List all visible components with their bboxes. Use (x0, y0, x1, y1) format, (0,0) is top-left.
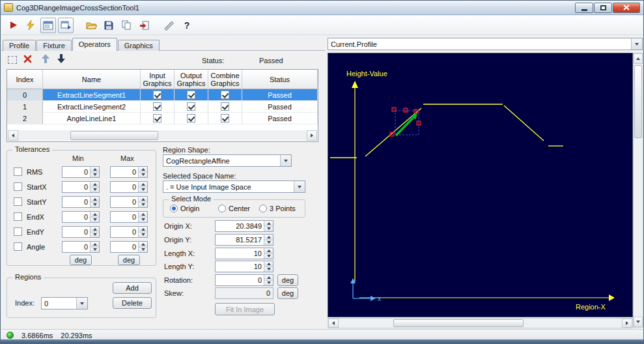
input-graphics-checkbox[interactable] (153, 91, 161, 99)
combine-graphics-checkbox[interactable] (221, 114, 229, 122)
rotation-deg-button[interactable]: deg (277, 274, 298, 286)
delete-button[interactable]: Delete (113, 297, 152, 309)
starty-checkbox[interactable] (14, 197, 22, 206)
spinner-down-icon[interactable] (264, 281, 273, 286)
starty-min-spinner[interactable]: 0 (62, 196, 100, 208)
spinner-up-icon[interactable] (264, 248, 273, 254)
table-row[interactable]: 1 ExtractLineSegment2 Passed (7, 101, 318, 113)
profile-canvas[interactable]: Height-Value Region-X x (328, 53, 632, 317)
spinner-down-icon[interactable] (139, 218, 147, 223)
endy-checkbox[interactable] (14, 227, 22, 236)
spinner-up-icon[interactable] (91, 212, 99, 218)
endx-min-spinner[interactable]: 0 (62, 211, 100, 223)
scroll-thumb[interactable] (634, 65, 642, 138)
starty-max-spinner[interactable]: 0 (110, 196, 148, 208)
region-shape-combo[interactable]: CogRectangleAffine (163, 154, 292, 167)
mode-3points-option[interactable]: 3 Points (259, 205, 296, 212)
spinner-down-icon[interactable] (264, 267, 273, 272)
space-name-combo[interactable]: . = Use Input Image Space (163, 180, 305, 193)
spinner-up-icon[interactable] (264, 235, 273, 240)
spinner-up-icon[interactable] (139, 182, 147, 188)
minimize-button[interactable] (575, 3, 593, 13)
scroll-track[interactable] (18, 130, 307, 141)
input-graphics-checkbox[interactable] (153, 102, 161, 111)
col-header-input-graphics[interactable]: Input Graphics (141, 70, 175, 89)
save-icon[interactable] (101, 18, 117, 33)
table-row[interactable]: 2 AngleLineLine1 Passed (7, 113, 318, 124)
scroll-thumb[interactable] (70, 131, 158, 140)
spinner-down-icon[interactable] (91, 188, 99, 193)
spinner-down-icon[interactable] (264, 227, 273, 232)
spinner-down-icon[interactable] (139, 188, 147, 193)
close-button[interactable] (613, 3, 640, 13)
run-icon[interactable] (5, 18, 21, 33)
radio-icon[interactable] (218, 205, 226, 212)
spinner-down-icon[interactable] (139, 248, 147, 253)
scroll-down-arrow[interactable] (634, 317, 643, 327)
measure-icon[interactable] (161, 18, 177, 33)
endy-max-spinner[interactable]: 0 (110, 226, 148, 238)
spinner-down-icon[interactable] (91, 218, 99, 223)
endx-checkbox[interactable] (14, 212, 22, 221)
tab-operators[interactable]: Operators (72, 38, 117, 51)
rms-checkbox[interactable] (14, 167, 22, 176)
scroll-up-arrow[interactable] (634, 53, 643, 64)
scroll-right-arrow[interactable] (622, 319, 632, 328)
scroll-track[interactable] (634, 64, 643, 317)
spinner-up-icon[interactable] (139, 242, 147, 248)
spinner-down-icon[interactable] (91, 173, 99, 178)
chevron-down-icon[interactable] (76, 298, 87, 309)
spinner-up-icon[interactable] (264, 221, 273, 227)
chevron-down-icon[interactable] (294, 181, 305, 192)
move-down-icon[interactable] (57, 54, 65, 64)
profile-source-combo[interactable]: Current.Profile (328, 38, 643, 50)
max-deg-button[interactable]: deg (118, 255, 140, 265)
scroll-track[interactable] (339, 319, 622, 328)
spinner-down-icon[interactable] (139, 173, 147, 178)
length-x-spinner[interactable]: 10 (215, 248, 273, 259)
angle-min-spinner[interactable]: 0 (62, 241, 100, 253)
spinner-down-icon[interactable] (91, 203, 99, 208)
col-header-name[interactable]: Name (43, 70, 141, 89)
spinner-up-icon[interactable] (91, 182, 99, 188)
spinner-down-icon[interactable] (264, 254, 273, 259)
spinner-up-icon[interactable] (139, 167, 147, 173)
spinner-up-icon[interactable] (91, 197, 99, 203)
fit-in-image-button[interactable]: Fit In Image (215, 303, 275, 315)
titlebar[interactable]: Cog3DRangeImageCrossSectionTool1 (1, 1, 643, 15)
table-horizontal-scrollbar[interactable] (8, 130, 317, 141)
combine-graphics-checkbox[interactable] (221, 91, 229, 99)
endy-min-spinner[interactable]: 0 (62, 226, 100, 238)
col-header-output-graphics[interactable]: Output Graphics (175, 70, 208, 89)
spinner-up-icon[interactable] (264, 275, 273, 281)
delete-operator-icon[interactable] (23, 55, 32, 64)
tab-fixture[interactable]: Fixture (36, 40, 72, 51)
run-electric-icon[interactable] (23, 18, 38, 33)
spinner-down-icon[interactable] (264, 240, 273, 246)
add-region-icon[interactable] (7, 54, 18, 66)
angle-max-spinner[interactable]: 0 (110, 241, 148, 253)
chevron-down-icon[interactable] (280, 155, 291, 166)
rms-min-spinner[interactable]: 0 (62, 166, 100, 178)
col-header-status[interactable]: Status (242, 70, 318, 89)
spinner-up-icon[interactable] (91, 227, 99, 233)
spinner-up-icon[interactable] (139, 227, 147, 233)
maximize-button[interactable] (594, 3, 612, 13)
input-graphics-checkbox[interactable] (153, 114, 161, 122)
rotation-spinner[interactable]: 0 (215, 274, 273, 286)
tab-graphics[interactable]: Graphics (118, 40, 160, 51)
new-window-icon[interactable] (58, 18, 74, 33)
profile-display[interactable]: Height-Value Region-X x (328, 53, 633, 317)
endx-max-spinner[interactable]: 0 (110, 211, 148, 223)
origin-y-spinner[interactable]: 81.5217 (215, 234, 273, 246)
spinner-down-icon[interactable] (139, 203, 147, 208)
spinner-up-icon[interactable] (91, 242, 99, 248)
open-icon[interactable] (83, 18, 99, 33)
add-button[interactable]: Add (113, 282, 152, 294)
scroll-left-arrow[interactable] (8, 130, 18, 141)
spinner-up-icon[interactable] (264, 261, 273, 267)
startx-checkbox[interactable] (14, 182, 22, 191)
output-graphics-checkbox[interactable] (187, 102, 195, 111)
col-header-combine-graphics[interactable]: Combine Graphics (208, 70, 242, 89)
spinner-up-icon[interactable] (139, 197, 147, 203)
